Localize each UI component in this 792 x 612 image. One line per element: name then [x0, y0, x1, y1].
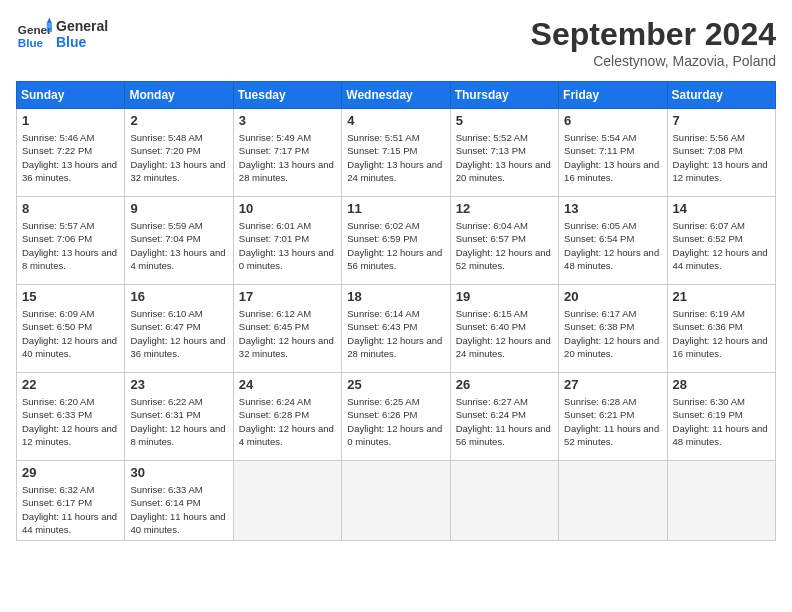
day-number: 26	[456, 377, 553, 392]
day-number: 20	[564, 289, 661, 304]
day-number: 18	[347, 289, 444, 304]
day-info: Sunrise: 6:28 AM Sunset: 6:21 PM Dayligh…	[564, 395, 661, 448]
day-number: 5	[456, 113, 553, 128]
day-number: 27	[564, 377, 661, 392]
day-number: 17	[239, 289, 336, 304]
header-thursday: Thursday	[450, 82, 558, 109]
location-subtitle: Celestynow, Mazovia, Poland	[531, 53, 776, 69]
calendar-cell: 20Sunrise: 6:17 AM Sunset: 6:38 PM Dayli…	[559, 285, 667, 373]
day-number: 4	[347, 113, 444, 128]
calendar-cell: 6Sunrise: 5:54 AM Sunset: 7:11 PM Daylig…	[559, 109, 667, 197]
calendar-cell: 21Sunrise: 6:19 AM Sunset: 6:36 PM Dayli…	[667, 285, 775, 373]
day-number: 13	[564, 201, 661, 216]
calendar-week-row: 8Sunrise: 5:57 AM Sunset: 7:06 PM Daylig…	[17, 197, 776, 285]
day-info: Sunrise: 6:33 AM Sunset: 6:14 PM Dayligh…	[130, 483, 227, 536]
day-number: 15	[22, 289, 119, 304]
day-number: 7	[673, 113, 770, 128]
calendar-cell: 29Sunrise: 6:32 AM Sunset: 6:17 PM Dayli…	[17, 461, 125, 541]
calendar-cell: 8Sunrise: 5:57 AM Sunset: 7:06 PM Daylig…	[17, 197, 125, 285]
logo-blue: Blue	[56, 34, 108, 50]
day-info: Sunrise: 6:32 AM Sunset: 6:17 PM Dayligh…	[22, 483, 119, 536]
day-number: 6	[564, 113, 661, 128]
day-info: Sunrise: 6:17 AM Sunset: 6:38 PM Dayligh…	[564, 307, 661, 360]
day-number: 10	[239, 201, 336, 216]
day-info: Sunrise: 6:09 AM Sunset: 6:50 PM Dayligh…	[22, 307, 119, 360]
calendar-cell	[342, 461, 450, 541]
day-number: 16	[130, 289, 227, 304]
header-monday: Monday	[125, 82, 233, 109]
day-info: Sunrise: 6:22 AM Sunset: 6:31 PM Dayligh…	[130, 395, 227, 448]
calendar-week-row: 29Sunrise: 6:32 AM Sunset: 6:17 PM Dayli…	[17, 461, 776, 541]
day-number: 9	[130, 201, 227, 216]
day-info: Sunrise: 5:51 AM Sunset: 7:15 PM Dayligh…	[347, 131, 444, 184]
day-info: Sunrise: 6:24 AM Sunset: 6:28 PM Dayligh…	[239, 395, 336, 448]
day-number: 11	[347, 201, 444, 216]
day-number: 21	[673, 289, 770, 304]
day-info: Sunrise: 6:12 AM Sunset: 6:45 PM Dayligh…	[239, 307, 336, 360]
calendar-table: SundayMondayTuesdayWednesdayThursdayFrid…	[16, 81, 776, 541]
day-number: 19	[456, 289, 553, 304]
day-info: Sunrise: 5:54 AM Sunset: 7:11 PM Dayligh…	[564, 131, 661, 184]
day-number: 2	[130, 113, 227, 128]
day-info: Sunrise: 5:49 AM Sunset: 7:17 PM Dayligh…	[239, 131, 336, 184]
calendar-cell: 30Sunrise: 6:33 AM Sunset: 6:14 PM Dayli…	[125, 461, 233, 541]
calendar-cell: 17Sunrise: 6:12 AM Sunset: 6:45 PM Dayli…	[233, 285, 341, 373]
day-info: Sunrise: 6:14 AM Sunset: 6:43 PM Dayligh…	[347, 307, 444, 360]
day-number: 23	[130, 377, 227, 392]
calendar-cell: 10Sunrise: 6:01 AM Sunset: 7:01 PM Dayli…	[233, 197, 341, 285]
day-number: 8	[22, 201, 119, 216]
header-saturday: Saturday	[667, 82, 775, 109]
day-info: Sunrise: 6:02 AM Sunset: 6:59 PM Dayligh…	[347, 219, 444, 272]
calendar-cell: 23Sunrise: 6:22 AM Sunset: 6:31 PM Dayli…	[125, 373, 233, 461]
page-header: General Blue General Blue September 2024…	[16, 16, 776, 69]
svg-marker-3	[47, 23, 52, 32]
month-title: September 2024	[531, 16, 776, 53]
day-info: Sunrise: 6:07 AM Sunset: 6:52 PM Dayligh…	[673, 219, 770, 272]
day-info: Sunrise: 6:27 AM Sunset: 6:24 PM Dayligh…	[456, 395, 553, 448]
day-info: Sunrise: 5:48 AM Sunset: 7:20 PM Dayligh…	[130, 131, 227, 184]
calendar-cell	[559, 461, 667, 541]
day-info: Sunrise: 6:20 AM Sunset: 6:33 PM Dayligh…	[22, 395, 119, 448]
day-info: Sunrise: 6:04 AM Sunset: 6:57 PM Dayligh…	[456, 219, 553, 272]
day-number: 24	[239, 377, 336, 392]
day-info: Sunrise: 6:30 AM Sunset: 6:19 PM Dayligh…	[673, 395, 770, 448]
calendar-week-row: 15Sunrise: 6:09 AM Sunset: 6:50 PM Dayli…	[17, 285, 776, 373]
day-info: Sunrise: 5:59 AM Sunset: 7:04 PM Dayligh…	[130, 219, 227, 272]
calendar-cell: 7Sunrise: 5:56 AM Sunset: 7:08 PM Daylig…	[667, 109, 775, 197]
day-number: 1	[22, 113, 119, 128]
calendar-header-row: SundayMondayTuesdayWednesdayThursdayFrid…	[17, 82, 776, 109]
calendar-cell: 27Sunrise: 6:28 AM Sunset: 6:21 PM Dayli…	[559, 373, 667, 461]
header-friday: Friday	[559, 82, 667, 109]
header-wednesday: Wednesday	[342, 82, 450, 109]
day-number: 28	[673, 377, 770, 392]
calendar-cell: 24Sunrise: 6:24 AM Sunset: 6:28 PM Dayli…	[233, 373, 341, 461]
logo-general: General	[56, 18, 108, 34]
day-number: 29	[22, 465, 119, 480]
calendar-cell: 12Sunrise: 6:04 AM Sunset: 6:57 PM Dayli…	[450, 197, 558, 285]
day-number: 12	[456, 201, 553, 216]
calendar-cell: 2Sunrise: 5:48 AM Sunset: 7:20 PM Daylig…	[125, 109, 233, 197]
day-info: Sunrise: 5:52 AM Sunset: 7:13 PM Dayligh…	[456, 131, 553, 184]
svg-text:Blue: Blue	[18, 36, 44, 49]
calendar-cell: 13Sunrise: 6:05 AM Sunset: 6:54 PM Dayli…	[559, 197, 667, 285]
day-number: 3	[239, 113, 336, 128]
calendar-cell: 22Sunrise: 6:20 AM Sunset: 6:33 PM Dayli…	[17, 373, 125, 461]
calendar-week-row: 22Sunrise: 6:20 AM Sunset: 6:33 PM Dayli…	[17, 373, 776, 461]
day-info: Sunrise: 6:10 AM Sunset: 6:47 PM Dayligh…	[130, 307, 227, 360]
day-info: Sunrise: 6:25 AM Sunset: 6:26 PM Dayligh…	[347, 395, 444, 448]
calendar-cell: 15Sunrise: 6:09 AM Sunset: 6:50 PM Dayli…	[17, 285, 125, 373]
calendar-cell: 9Sunrise: 5:59 AM Sunset: 7:04 PM Daylig…	[125, 197, 233, 285]
calendar-cell: 4Sunrise: 5:51 AM Sunset: 7:15 PM Daylig…	[342, 109, 450, 197]
calendar-cell: 14Sunrise: 6:07 AM Sunset: 6:52 PM Dayli…	[667, 197, 775, 285]
calendar-cell: 1Sunrise: 5:46 AM Sunset: 7:22 PM Daylig…	[17, 109, 125, 197]
svg-marker-2	[47, 18, 52, 23]
calendar-cell: 11Sunrise: 6:02 AM Sunset: 6:59 PM Dayli…	[342, 197, 450, 285]
header-tuesday: Tuesday	[233, 82, 341, 109]
day-number: 25	[347, 377, 444, 392]
calendar-week-row: 1Sunrise: 5:46 AM Sunset: 7:22 PM Daylig…	[17, 109, 776, 197]
calendar-cell: 25Sunrise: 6:25 AM Sunset: 6:26 PM Dayli…	[342, 373, 450, 461]
calendar-cell: 16Sunrise: 6:10 AM Sunset: 6:47 PM Dayli…	[125, 285, 233, 373]
day-number: 14	[673, 201, 770, 216]
calendar-cell: 5Sunrise: 5:52 AM Sunset: 7:13 PM Daylig…	[450, 109, 558, 197]
title-block: September 2024 Celestynow, Mazovia, Pola…	[531, 16, 776, 69]
